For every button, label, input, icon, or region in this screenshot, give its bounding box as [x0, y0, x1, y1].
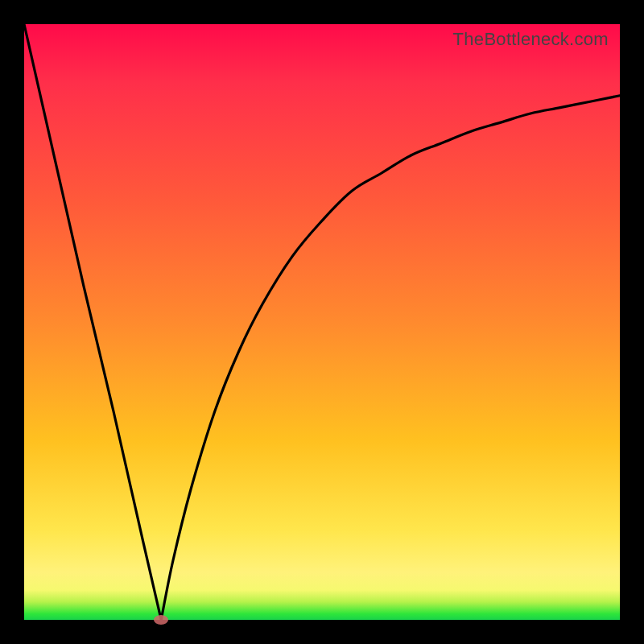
bottleneck-curve [24, 24, 620, 620]
plot-area: TheBottleneck.com [24, 24, 620, 620]
minimum-marker-icon [154, 615, 168, 625]
chart-frame: TheBottleneck.com [0, 0, 644, 644]
